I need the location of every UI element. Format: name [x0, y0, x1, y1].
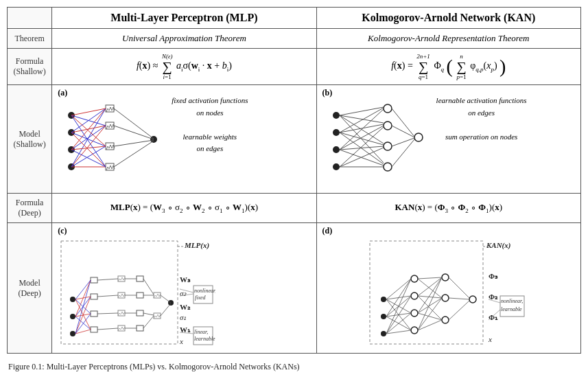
svg-rect-65 [91, 294, 97, 299]
svg-point-33 [384, 163, 392, 171]
kan-theorem: Kolmogorov-Arnold Representation Theorem [316, 29, 580, 49]
svg-line-147 [418, 277, 442, 330]
sum-symbol-mlp: ∑ [163, 60, 172, 73]
row-label-formula-shallow: Formula(Shallow) [8, 49, 52, 85]
row-label-model-deep: Model(Deep) [8, 223, 52, 354]
mlp-shallow-diagram [58, 98, 167, 187]
corner-cell [8, 8, 52, 29]
svg-point-128 [411, 275, 418, 282]
svg-line-157 [449, 298, 469, 299]
svg-line-48 [340, 124, 384, 133]
svg-point-132 [469, 296, 476, 303]
sum-symbol-kan1: ∑ [419, 60, 428, 73]
svg-line-92 [97, 295, 118, 297]
sum-bottom-kan1: q=1 [419, 73, 428, 80]
annotation-learnable-activation: learnable activation functionson edges [436, 95, 527, 119]
svg-line-85 [75, 280, 91, 317]
svg-point-35 [384, 122, 392, 130]
right-paren: ) [499, 56, 506, 77]
svg-line-78 [75, 330, 91, 334]
svg-text:learnable: learnable [194, 336, 215, 342]
sum-symbol-kan2: ∑ [456, 60, 466, 73]
kan-shallow-diagram [322, 98, 432, 187]
svg-line-99 [143, 313, 154, 315]
svg-point-36 [384, 104, 392, 113]
row-label-formula-deep: Formula(Deep) [8, 194, 52, 223]
mlp-theorem: Universal Approximation Theorem [52, 29, 316, 49]
annotation-learnable-weights: learnable weightson edges [172, 131, 248, 155]
figure-caption: Figure 0.1: Multi-Layer Perceptrons (MLP… [7, 359, 581, 375]
svg-point-125 [411, 327, 418, 334]
svg-line-28 [114, 108, 154, 139]
svg-line-149 [418, 298, 442, 313]
diagram-label-a: (a) [58, 88, 167, 98]
svg-line-154 [418, 277, 442, 279]
svg-line-27 [114, 126, 154, 139]
svg-text:Φ₃: Φ₃ [489, 272, 498, 280]
svg-rect-66 [91, 277, 97, 283]
svg-line-56 [392, 108, 414, 137]
svg-text:KAN(x): KAN(x) [486, 241, 510, 250]
row-label-theorem: Theorem [8, 29, 52, 49]
svg-text:nonlinear,: nonlinear, [194, 288, 215, 294]
svg-line-91 [97, 313, 118, 314]
kan-formula-deep: KAN(x) = (Φ3 ∘ Φ2 ∘ Φ1)(x) [316, 194, 580, 223]
svg-text:σ₁: σ₁ [180, 313, 186, 321]
svg-point-130 [442, 295, 449, 301]
row-label-model-shallow: Model(Shallow) [8, 85, 52, 194]
svg-point-62 [70, 297, 75, 302]
svg-point-60 [70, 331, 75, 336]
svg-text:Φ₂: Φ₂ [489, 292, 498, 301]
kan-model-deep: (d) KAN(x) [316, 223, 580, 354]
svg-line-90 [97, 328, 118, 330]
annotation-sum-operation: sum operation on nodes [436, 131, 527, 143]
svg-line-79 [75, 314, 91, 334]
svg-line-54 [392, 138, 414, 146]
svg-point-131 [442, 274, 449, 281]
svg-point-34 [384, 142, 392, 150]
svg-line-89 [75, 280, 91, 299]
svg-point-123 [381, 314, 386, 319]
diagram-label-d: (d) [322, 226, 575, 236]
kan-formula-shallow: f(x) = 2n+1 ∑ q=1 Φq ( n ∑ p=1 φq,p(xp) … [316, 49, 580, 85]
svg-text:x: x [179, 337, 183, 345]
svg-text:σ₂: σ₂ [180, 289, 187, 297]
mlp-deep-diagram: MLP(x) [58, 238, 215, 347]
svg-text:W₂: W₂ [180, 303, 191, 311]
svg-point-61 [70, 314, 75, 319]
sum-bottom-mlp: i=1 [163, 73, 172, 80]
svg-point-129 [442, 317, 449, 323]
svg-line-21 [71, 115, 106, 167]
svg-rect-71 [137, 325, 143, 331]
svg-line-44 [340, 133, 384, 145]
svg-rect-63 [91, 327, 97, 332]
svg-line-102 [161, 303, 171, 316]
diagram-label-c: (c) [58, 226, 310, 236]
svg-point-127 [411, 292, 418, 299]
svg-line-53 [392, 139, 414, 167]
svg-line-101 [143, 279, 154, 295]
diagram-label-b: (b) [322, 88, 432, 98]
annotation-fixed-activation: fixed activation functionson nodes [172, 95, 248, 119]
kan-model-shallow: (b) [316, 85, 580, 194]
kan-deep-diagram: KAN(x) [366, 238, 531, 347]
svg-text:learnable: learnable [501, 306, 522, 312]
svg-text:nonlinear,: nonlinear, [501, 298, 523, 304]
svg-rect-119 [370, 241, 483, 344]
svg-point-29 [333, 163, 340, 170]
svg-text:x: x [488, 335, 492, 343]
svg-text:Φ₁: Φ₁ [489, 313, 498, 321]
svg-line-103 [161, 295, 171, 303]
svg-line-158 [449, 277, 469, 298]
svg-point-32 [333, 112, 340, 119]
svg-text:linear,: linear, [194, 329, 208, 335]
left-paren: ( [447, 56, 453, 77]
svg-line-42 [340, 148, 384, 167]
svg-point-126 [411, 310, 418, 317]
svg-point-31 [333, 129, 340, 136]
svg-point-124 [381, 297, 386, 302]
svg-rect-72 [137, 310, 143, 316]
svg-line-25 [114, 141, 154, 167]
svg-line-98 [143, 316, 154, 328]
svg-rect-64 [91, 311, 97, 317]
